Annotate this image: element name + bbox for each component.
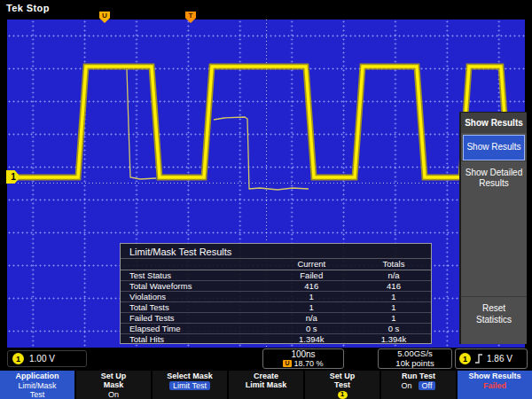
menu-select-mask-value: Limit Test	[169, 381, 210, 390]
menu-run-test-on: On	[402, 381, 412, 390]
table-row: Total Waveforms 416 416	[121, 280, 431, 291]
sample-rate-readout: 5.00GS/s 10k points	[378, 348, 452, 369]
row-label: Total Waveforms	[121, 280, 267, 291]
bottom-menu: Application Limit/Mask Test Set Up Mask …	[0, 371, 532, 399]
side-menu-reset-statistics-button[interactable]: Reset Statistics	[461, 296, 527, 332]
results-table: Current Totals Test Status Failed n/a To…	[121, 259, 431, 344]
table-row: Total Tests 1 1	[121, 301, 431, 312]
row-totals: 0 s	[356, 323, 431, 333]
row-label: Total Tests	[121, 301, 267, 312]
table-row: Total Hits 1.394k 1.394k	[121, 333, 431, 344]
record-length-value: 10k points	[395, 359, 434, 368]
side-menu-show-results: Show Results Show Results Show Detailed …	[459, 112, 527, 344]
ch1-badge-icon: 1	[12, 353, 24, 364]
violation-trace-2	[214, 117, 309, 190]
menu-run-test-header: Run Test	[402, 372, 435, 380]
ch1-scale-value: 1.00 V	[29, 354, 55, 364]
timebase-readout: 100ns U 18.70 %	[262, 348, 344, 369]
results-header-current: Current	[267, 259, 357, 270]
menu-run-test[interactable]: Run Test On Off	[381, 371, 456, 399]
record-position-value: 18.70 %	[294, 360, 324, 368]
row-current: Failed	[267, 270, 357, 280]
menu-show-results-value: Failed	[483, 381, 506, 390]
menu-show-results-header: Show Results	[468, 372, 520, 380]
graticule-area: 1 U T Limit/Mask Test Results Current To…	[7, 20, 525, 348]
timebase-value: 100ns	[291, 350, 315, 359]
menu-create-limit-mask-header: Create Limit Mask	[246, 372, 287, 389]
row-current: 416	[267, 280, 357, 291]
row-totals: 1.394k	[356, 333, 431, 344]
row-current: 1.394k	[267, 333, 357, 344]
record-view-icon: U	[283, 360, 291, 367]
row-totals: 1	[356, 301, 431, 312]
table-row: Test Status Failed n/a	[121, 270, 431, 280]
test-source-badge: 1	[338, 391, 348, 399]
row-current: 1	[267, 301, 357, 312]
side-menu-title: Show Results	[461, 113, 527, 133]
menu-application-header: Application	[16, 372, 59, 380]
row-label: Violations	[121, 291, 267, 301]
limit-mask-results-panel: Limit/Mask Test Results Current Totals T…	[120, 243, 432, 344]
menu-set-up-mask[interactable]: Set Up Mask On	[76, 371, 151, 399]
status-bar: 1 1.00 V 100ns U 18.70 % 5.00GS/s 10k po…	[0, 348, 532, 371]
trigger-level-value: 1.86 V	[487, 354, 512, 364]
menu-application-value: Limit/Mask Test	[18, 381, 56, 399]
side-menu-spacer	[461, 196, 527, 297]
trigger-slope-icon	[474, 353, 483, 364]
menu-select-mask[interactable]: Select Mask Limit Test	[153, 371, 227, 399]
row-current: 1	[267, 291, 357, 301]
row-totals: 416	[356, 280, 431, 291]
trigger-source-badge: 1	[459, 353, 471, 364]
menu-create-limit-mask[interactable]: Create Limit Mask	[229, 371, 303, 399]
table-row: Violations 1 1	[121, 291, 431, 301]
menu-run-test-off: Off	[419, 381, 436, 390]
row-label: Total Hits	[121, 333, 267, 344]
trigger-readout: 1 1.86 V	[455, 348, 528, 369]
menu-set-up-test[interactable]: Set Up Test 1	[305, 371, 379, 399]
row-totals: 1	[356, 312, 431, 323]
row-label: Elapsed Time	[121, 323, 267, 333]
side-menu-show-detailed-results-button[interactable]: Show Detailed Results	[461, 160, 527, 196]
menu-set-up-mask-value: On	[108, 390, 119, 399]
row-totals: n/a	[356, 270, 431, 280]
menu-set-up-mask-header: Set Up Mask	[101, 372, 127, 389]
menu-select-mask-header: Select Mask	[167, 372, 213, 380]
menu-set-up-test-header: Set Up Test	[330, 372, 356, 389]
table-row: Failed Tests n/a 1	[121, 312, 431, 323]
row-current: n/a	[267, 312, 357, 323]
row-label: Failed Tests	[121, 312, 267, 323]
ch1-scale-readout: 1 1.00 V	[7, 350, 87, 367]
row-current: 0 s	[267, 323, 357, 333]
row-totals: 1	[356, 291, 431, 301]
side-menu-show-results-button[interactable]: Show Results	[463, 135, 525, 160]
oscilloscope-screen: Tek Stop 1 U T Limit/Mask Test Results C…	[0, 0, 532, 399]
acquisition-status: Tek Stop	[6, 3, 50, 13]
row-label: Test Status	[121, 270, 267, 280]
menu-application[interactable]: Application Limit/Mask Test	[0, 371, 74, 399]
results-header-blank	[121, 259, 267, 270]
menu-show-results[interactable]: Show Results Failed	[458, 371, 532, 399]
table-row: Elapsed Time 0 s 0 s	[121, 323, 431, 333]
results-title: Limit/Mask Test Results	[121, 244, 431, 259]
results-header-row: Current Totals	[121, 259, 431, 270]
results-header-totals: Totals	[356, 259, 431, 270]
sample-rate-value: 5.00GS/s	[397, 349, 433, 358]
